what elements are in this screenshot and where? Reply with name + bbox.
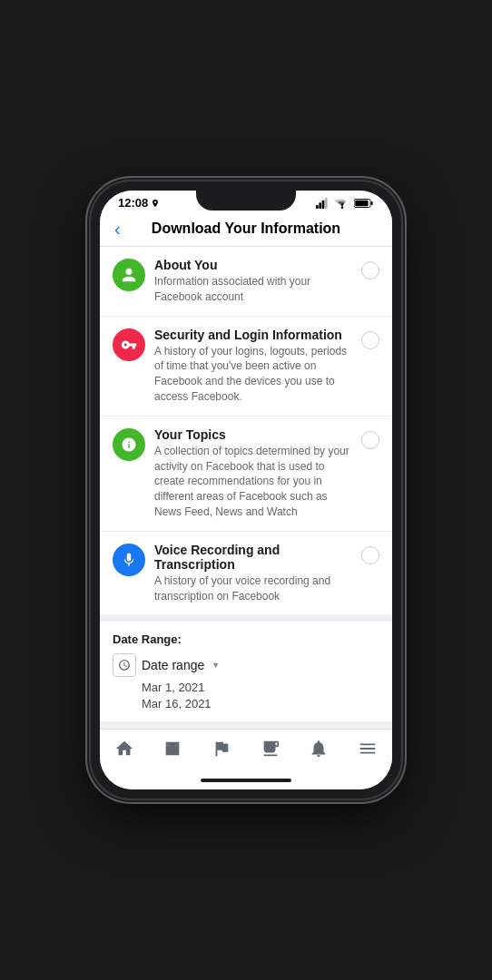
security-radio[interactable] bbox=[361, 331, 379, 349]
home-icon bbox=[114, 739, 134, 759]
location-icon bbox=[151, 199, 160, 208]
svg-rect-2 bbox=[322, 200, 325, 208]
date-range-value: Date range bbox=[142, 658, 204, 672]
security-desc: A history of your logins, logouts, perio… bbox=[154, 344, 354, 405]
wifi-icon bbox=[335, 198, 349, 209]
about-you-radio[interactable] bbox=[361, 261, 379, 279]
person-icon bbox=[121, 267, 137, 283]
clock-svg bbox=[118, 659, 131, 671]
list-item[interactable]: Your Topics A collection of topics deter… bbox=[100, 416, 392, 532]
page-title: Download Your Information bbox=[152, 220, 340, 237]
info-icon bbox=[121, 436, 137, 453]
tab-bell[interactable] bbox=[301, 737, 336, 760]
date-range-label: Date Range: bbox=[113, 632, 379, 646]
notch bbox=[196, 191, 296, 211]
svg-rect-6 bbox=[355, 200, 368, 205]
svg-point-4 bbox=[341, 206, 344, 209]
date-range-arrow: ▼ bbox=[212, 661, 220, 670]
voice-icon-bg bbox=[113, 544, 145, 576]
list-item[interactable]: Voice Recording and Transcription A hist… bbox=[100, 532, 392, 615]
mic-icon bbox=[121, 552, 137, 568]
svg-rect-0 bbox=[316, 205, 319, 209]
tab-store[interactable] bbox=[155, 737, 190, 760]
security-text: Security and Login Information A history… bbox=[154, 328, 354, 405]
category-list: About You Information associated with yo… bbox=[100, 247, 392, 614]
topics-title: Your Topics bbox=[154, 427, 354, 442]
list-item[interactable]: About You Information associated with yo… bbox=[100, 247, 392, 317]
screen: 12:08 bbox=[100, 191, 392, 789]
list-item[interactable]: Security and Login Information A history… bbox=[100, 317, 392, 416]
back-button[interactable]: ‹ bbox=[114, 219, 121, 240]
topics-desc: A collection of topics determined by you… bbox=[154, 444, 354, 520]
voice-text: Voice Recording and Transcription A hist… bbox=[154, 543, 354, 604]
tab-news[interactable] bbox=[253, 737, 288, 760]
topics-icon-bg bbox=[113, 428, 145, 461]
security-title: Security and Login Information bbox=[154, 328, 354, 342]
status-time: 12:08 bbox=[118, 196, 160, 210]
status-bar: 12:08 bbox=[100, 191, 392, 213]
home-indicator bbox=[100, 771, 392, 789]
bell-icon bbox=[309, 739, 329, 759]
svg-rect-3 bbox=[325, 198, 328, 209]
signal-icon bbox=[316, 198, 330, 209]
tab-home[interactable] bbox=[107, 737, 142, 760]
home-bar bbox=[201, 779, 291, 782]
date-end: Mar 16, 2021 bbox=[113, 697, 379, 710]
tab-bar bbox=[100, 729, 392, 771]
security-icon-bg bbox=[113, 328, 145, 361]
voice-desc: A history of your voice recording and tr… bbox=[154, 573, 354, 604]
flag-icon bbox=[212, 739, 231, 759]
date-start: Mar 1, 2021 bbox=[113, 681, 379, 694]
status-icons bbox=[316, 198, 374, 209]
news-icon bbox=[261, 739, 280, 759]
about-you-icon bbox=[113, 259, 145, 291]
content-area[interactable]: About You Information associated with yo… bbox=[100, 247, 392, 729]
tab-menu[interactable] bbox=[350, 737, 385, 760]
tab-flag[interactable] bbox=[204, 737, 239, 760]
date-range-section: Date Range: Date range ▼ Mar 1, 2021 Mar… bbox=[100, 622, 392, 721]
key-icon bbox=[121, 337, 137, 353]
topics-text: Your Topics A collection of topics deter… bbox=[154, 427, 354, 520]
voice-radio[interactable] bbox=[361, 546, 379, 564]
voice-title: Voice Recording and Transcription bbox=[154, 543, 354, 572]
clock-icon bbox=[113, 653, 136, 677]
svg-rect-7 bbox=[371, 201, 373, 205]
menu-icon bbox=[358, 739, 378, 759]
about-you-desc: Information associated with your Faceboo… bbox=[154, 274, 354, 305]
date-range-dropdown[interactable]: Date range ▼ bbox=[113, 653, 379, 677]
battery-icon bbox=[354, 198, 374, 209]
store-icon bbox=[162, 739, 182, 759]
phone-frame: 12:08 bbox=[91, 181, 401, 799]
topics-radio[interactable] bbox=[361, 431, 379, 449]
nav-header: ‹ Download Your Information bbox=[100, 213, 392, 247]
svg-rect-1 bbox=[319, 202, 321, 209]
about-you-title: About You bbox=[154, 258, 354, 272]
about-you-text: About You Information associated with yo… bbox=[154, 258, 354, 305]
